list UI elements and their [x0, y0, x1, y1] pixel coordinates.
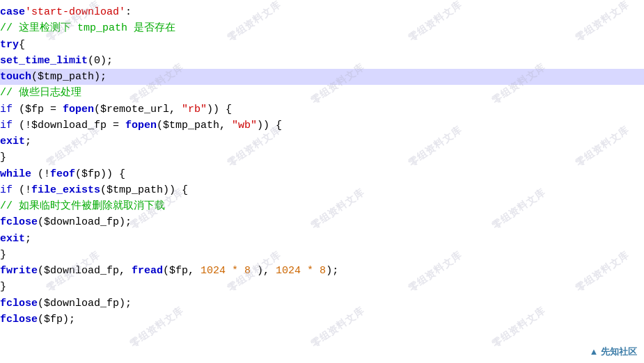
- code-line: exit;: [0, 134, 644, 150]
- code-line: if ($fp = fopen($remote_url, "rb")) {: [0, 102, 644, 118]
- code-line: }: [0, 150, 644, 166]
- code-line: exit;: [0, 231, 644, 247]
- code-line: case 'start-download':: [0, 4, 644, 20]
- code-line: set_time_limit(0);: [0, 53, 644, 69]
- code-block: case 'start-download': // 这里检测下 tmp_path…: [0, 0, 644, 332]
- code-line: touch($tmp_path);: [0, 69, 644, 85]
- code-line: if (!$download_fp = fopen($tmp_path, "wb…: [0, 118, 644, 134]
- code-line: }: [0, 247, 644, 263]
- code-line: while (!feof($fp)) {: [0, 166, 644, 182]
- code-line: if (!file_exists($tmp_path)) {: [0, 182, 644, 198]
- code-line: try {: [0, 37, 644, 53]
- code-line: fclose($fp);: [0, 312, 644, 328]
- code-line: fclose($download_fp);: [0, 296, 644, 312]
- code-line: // 如果临时文件被删除就取消下载: [0, 198, 644, 214]
- code-line: fwrite($download_fp, fread($fp, 1024 * 8…: [0, 263, 644, 279]
- code-line: // 做些日志处理: [0, 85, 644, 101]
- code-line: }: [0, 279, 644, 295]
- code-line: // 这里检测下 tmp_path 是否存在: [0, 20, 644, 36]
- logo-badge: ▲ 先知社区: [590, 345, 637, 359]
- code-line: fclose($download_fp);: [0, 214, 644, 230]
